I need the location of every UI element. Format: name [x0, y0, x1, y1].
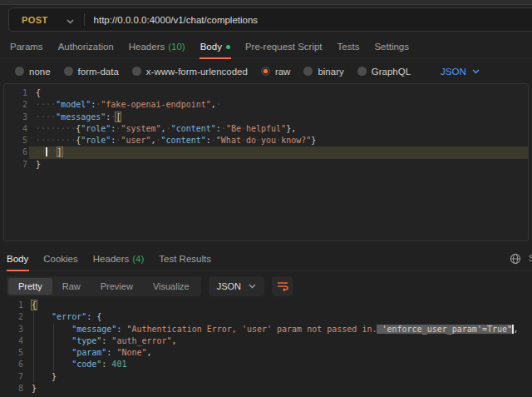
line-number: 4 — [4, 123, 27, 135]
request-tab-label: Headers — [129, 42, 165, 52]
body-type-radio-x-www-form-urlencoded[interactable]: x-www-form-urlencoded — [132, 67, 248, 77]
code-token: ·· — [47, 147, 57, 156]
radio-icon — [132, 67, 141, 76]
request-tab-label: Authorization — [58, 42, 114, 52]
request-tab-authorization[interactable]: Authorization — [51, 35, 121, 59]
response-tab-label: Test Results — [159, 254, 211, 264]
radio-label: raw — [275, 67, 291, 77]
request-body-editor[interactable]: 1{2····"model":·"fake-openai-endpoint",·… — [3, 83, 529, 241]
request-tab-body[interactable]: Body — [193, 35, 238, 59]
code-token: helpful" — [246, 124, 286, 133]
body-type-row: noneform-datax-www-form-urlencodedrawbin… — [0, 59, 532, 83]
code-text: "param": "None", — [32, 348, 152, 357]
code-token: , — [514, 325, 519, 334]
view-button-preview[interactable]: Preview — [91, 278, 143, 295]
code-token: ········ — [36, 136, 76, 145]
code-text: ····] — [36, 147, 62, 156]
code-token: "What — [216, 136, 241, 145]
code-text: "message": "Authentication Error, 'user'… — [32, 325, 519, 334]
code-token: ···· — [36, 100, 56, 109]
code-text: } — [32, 372, 57, 381]
divider — [84, 13, 85, 26]
radio-icon — [303, 67, 313, 76]
response-body-editor[interactable]: 1{2 "error": {3 "message": "Authenticati… — [0, 298, 532, 397]
view-button-visualize[interactable]: Visualize — [143, 278, 200, 295]
code-token — [32, 325, 71, 334]
request-tabs: ParamsAuthorizationHeaders(10)BodyPre-re… — [0, 35, 532, 59]
code-token — [32, 372, 52, 381]
code-token: "auth_error" — [111, 336, 171, 345]
request-tab-label: Settings — [374, 42, 409, 52]
request-tab-headers[interactable]: Headers(10) — [121, 35, 193, 59]
globe-icon[interactable] — [510, 253, 521, 265]
code-token: ···· — [36, 112, 56, 122]
line-number: 5 — [0, 347, 23, 359]
body-type-radio-none[interactable]: none — [15, 67, 51, 77]
code-token: · — [216, 100, 221, 109]
radio-icon — [357, 67, 367, 76]
line-number: 2 — [4, 99, 27, 111]
editor-line: 2 "error": { — [0, 311, 532, 323]
editor-line: 5········{"role":·"user",·"content":·"Wh… — [4, 135, 528, 146]
line-number: 5 — [4, 135, 27, 146]
code-text: { — [36, 88, 41, 97]
count-badge: (10) — [168, 42, 185, 52]
request-tab-params[interactable]: Params — [2, 35, 51, 59]
code-token: "param" — [71, 348, 106, 357]
request-tab-pre-request-script[interactable]: Pre-request Script — [238, 35, 330, 59]
url-input[interactable]: http://0.0.0.0:4000/v1/chat/completions — [94, 15, 259, 25]
editor-line: 7} — [4, 159, 528, 171]
code-token: know?" — [281, 136, 311, 145]
body-type-radio-graphql[interactable]: GraphQL — [357, 67, 411, 77]
response-tab-body[interactable]: Body — [0, 246, 36, 271]
code-token: "Be — [226, 124, 241, 133]
line-number: 2 — [0, 311, 23, 323]
selected-text: 'enforce_user_param'=True" — [377, 325, 512, 334]
code-token: "Authentication Error, 'user' param not … — [126, 325, 377, 334]
line-number: 7 — [0, 371, 23, 383]
request-tab-tests[interactable]: Tests — [330, 35, 367, 59]
code-token: ········ — [36, 124, 76, 133]
code-token — [32, 348, 71, 357]
body-type-radio-raw[interactable]: raw — [261, 67, 291, 77]
response-language-select[interactable]: JSON — [209, 276, 264, 296]
request-tab-label: Params — [10, 42, 43, 52]
view-button-raw[interactable]: Raw — [52, 278, 91, 295]
request-url-bar: POST http://0.0.0.0:4000/v1/chat/complet… — [8, 7, 532, 32]
code-text: } — [32, 384, 37, 393]
editor-line: 3 "message": "Authentication Error, 'use… — [0, 324, 532, 335]
response-tab-test-results[interactable]: Test Results — [151, 246, 219, 271]
line-number: 3 — [4, 112, 27, 123]
response-view-group: PrettyRawPreviewVisualize — [7, 276, 201, 296]
response-tab-cookies[interactable]: Cookies — [36, 246, 86, 271]
code-token: }, — [286, 124, 296, 133]
body-type-radio-binary[interactable]: binary — [303, 67, 343, 77]
method-selector[interactable]: POST — [9, 15, 48, 25]
radio-label: form-data — [78, 67, 119, 77]
count-badge: (4) — [132, 254, 144, 264]
line-number: 1 — [0, 300, 23, 311]
radio-icon — [64, 67, 73, 76]
editor-line: 3····"messages":·[ — [4, 112, 528, 123]
code-token: , — [147, 348, 152, 357]
response-tab-headers[interactable]: Headers(4) — [86, 246, 152, 271]
clipped-status-text: S — [529, 253, 532, 263]
unsaved-dot-icon — [226, 45, 230, 49]
code-token: "content" — [171, 124, 216, 133]
view-button-pretty[interactable]: Pretty — [8, 278, 52, 295]
body-type-radio-form-data[interactable]: form-data — [64, 67, 119, 77]
request-language-select[interactable]: JSON — [441, 67, 480, 77]
editor-line: 5 "param": "None", — [0, 347, 532, 359]
code-token: "type" — [71, 336, 101, 345]
request-tab-label: Tests — [337, 42, 360, 52]
code-token: "code" — [71, 360, 101, 369]
code-token: } — [32, 384, 37, 393]
code-token — [32, 336, 71, 345]
code-token: "error" — [52, 312, 86, 321]
code-token: [ — [116, 112, 121, 122]
code-token: "message" — [71, 325, 116, 334]
code-token: "None" — [116, 348, 146, 357]
request-tab-settings[interactable]: Settings — [367, 35, 416, 59]
chevron-down-icon[interactable] — [66, 12, 74, 27]
wrap-text-button[interactable] — [272, 276, 293, 296]
